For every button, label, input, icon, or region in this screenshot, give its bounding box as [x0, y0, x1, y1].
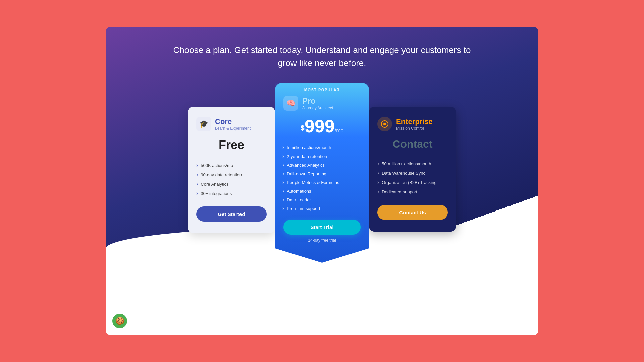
pro-feature-4: Drill-down Reporting: [282, 169, 362, 178]
core-plan-header: 🎓 Core Learn & Experiment: [196, 117, 267, 131]
pro-plan-name: Pro: [302, 96, 333, 106]
enterprise-card: Enterprise Mission Control Contact 50 mi…: [369, 107, 456, 232]
core-plan-name: Core: [215, 117, 251, 126]
get-started-button[interactable]: Get Started: [196, 206, 267, 222]
start-trial-button[interactable]: Start Trial: [283, 220, 361, 235]
cookie-icon[interactable]: 🍪: [112, 314, 127, 328]
enterprise-feature-4: Dedicated support: [377, 187, 448, 196]
pro-plan-subtitle: Journey Architect: [302, 106, 333, 110]
enterprise-icon: [377, 117, 392, 131]
pro-feature-7: Data Loader: [282, 195, 362, 204]
contact-us-button[interactable]: Contact Us: [377, 205, 448, 220]
core-card: 🎓 Core Learn & Experiment Free 500K acti…: [188, 107, 275, 233]
core-feature-4: 30+ integrations: [196, 189, 267, 198]
bar-3: [529, 315, 532, 328]
enterprise-plan-info: Enterprise Mission Control: [396, 117, 433, 131]
enterprise-feature-1: 50 million+ actions/month: [377, 159, 448, 168]
pro-plan-info: Pro Journey Architect: [302, 96, 333, 110]
pro-feature-1: 5 million actions/month: [282, 143, 362, 152]
enterprise-feature-3: Organization (B2B) Tracking: [377, 178, 448, 187]
pro-price-amount: 999: [305, 116, 335, 136]
enterprise-feature-2: Data Warehouse Sync: [377, 168, 448, 178]
core-feature-3: Core Analytics: [196, 179, 267, 189]
enterprise-price: Contact: [377, 138, 448, 150]
core-features: 500K actions/mo 90-day data retention Co…: [196, 161, 267, 198]
pro-price: $999/mo: [275, 116, 369, 136]
pro-feature-2: 2-year data retention: [282, 152, 362, 161]
pro-feature-8: Premium support: [282, 204, 362, 213]
core-feature-2: 90-day data retention: [196, 170, 267, 179]
enterprise-plan-header: Enterprise Mission Control: [377, 117, 448, 131]
core-plan-subtitle: Learn & Experiment: [215, 126, 251, 131]
pro-feature-3: Advanced Analytics: [282, 161, 362, 169]
core-feature-1: 500K actions/mo: [196, 161, 267, 170]
core-plan-info: Core Learn & Experiment: [215, 117, 251, 131]
bar-chart-icon: [522, 315, 532, 328]
bar-2: [525, 318, 528, 328]
pro-feature-6: Automations: [282, 187, 362, 195]
pro-icon: 🧠: [283, 96, 298, 111]
svg-point-1: [383, 123, 386, 125]
core-price: Free: [196, 138, 267, 152]
enterprise-plan-name: Enterprise: [396, 117, 433, 126]
core-icon: 🎓: [196, 117, 211, 131]
most-popular-badge: MOST POPULAR: [275, 83, 369, 96]
trial-note: 14-day free trial: [275, 238, 369, 243]
pro-card: MOST POPULAR 🧠 Pro Journey Architect $99…: [275, 83, 369, 263]
enterprise-features: 50 million+ actions/month Data Warehouse…: [377, 159, 448, 196]
pricing-container: Choose a plan. Get started today. Unders…: [106, 27, 538, 335]
bar-1: [522, 322, 524, 328]
pro-price-symbol: $: [300, 124, 304, 132]
pro-features: 5 million actions/month 2-year data rete…: [282, 143, 362, 213]
enterprise-plan-subtitle: Mission Control: [396, 126, 433, 131]
pro-feature-5: People Metrics & Formulas: [282, 178, 362, 187]
pro-plan-header: 🧠 Pro Journey Architect: [283, 96, 361, 111]
pricing-cards: 🎓 Core Learn & Experiment Free 500K acti…: [188, 86, 456, 263]
headline: Choose a plan. Get started today. Unders…: [106, 27, 538, 83]
pro-price-period: /mo: [335, 128, 344, 133]
